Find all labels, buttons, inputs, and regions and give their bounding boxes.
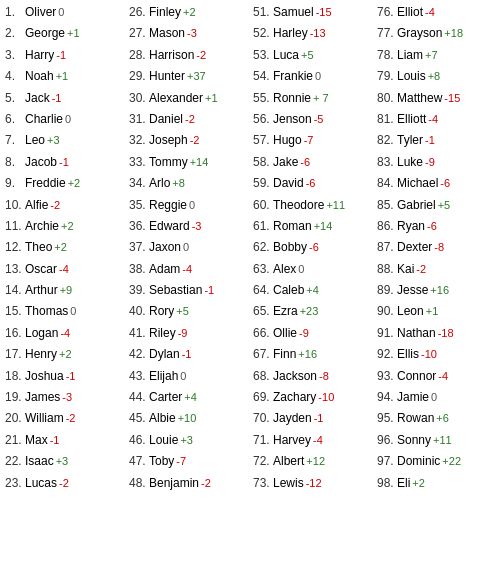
entry-name: Ollie	[273, 325, 297, 342]
rank-number: 62.	[253, 239, 273, 256]
rank-number: 98.	[377, 475, 397, 492]
entry-delta: -8	[434, 240, 444, 256]
entry-name: Gabriel	[397, 197, 436, 214]
rank-number: 9.	[5, 175, 25, 192]
entry-delta: 0	[431, 390, 437, 406]
rank-number: 40.	[129, 303, 149, 320]
entry-delta: +8	[428, 69, 441, 85]
list-item: 67.Finn +16	[250, 344, 374, 365]
rank-number: 8.	[5, 154, 25, 171]
list-item: 72.Albert +12	[250, 451, 374, 472]
entry-name: Theo	[25, 239, 52, 256]
entry-name: Harley	[273, 25, 308, 42]
list-item: 77.Grayson +18	[374, 23, 498, 44]
entry-name: Elliot	[397, 4, 423, 21]
rank-number: 26.	[129, 4, 149, 21]
entry-name: Arthur	[25, 282, 58, 299]
list-item: 27.Mason -3	[126, 23, 250, 44]
list-item: 91.Nathan -18	[374, 323, 498, 344]
rank-number: 55.	[253, 90, 273, 107]
entry-name: Alexander	[149, 90, 203, 107]
entry-delta: -2	[50, 198, 60, 214]
list-item: 28.Harrison -2	[126, 45, 250, 66]
entry-name: Luca	[273, 47, 299, 64]
entry-name: Dylan	[149, 346, 180, 363]
list-item: 65.Ezra +23	[250, 301, 374, 322]
rank-number: 23.	[5, 475, 25, 492]
entry-name: Adam	[149, 261, 180, 278]
rank-number: 2.	[5, 25, 25, 42]
column-3: 51.Samuel -1552.Harley -1353.Luca +554.F…	[250, 2, 374, 494]
entry-name: Oliver	[25, 4, 56, 21]
list-item: 17.Henry +2	[2, 344, 126, 365]
rank-number: 73.	[253, 475, 273, 492]
entry-delta: +14	[190, 155, 209, 171]
entry-name: Hunter	[149, 68, 185, 85]
entry-name: James	[25, 389, 60, 406]
rank-number: 4.	[5, 68, 25, 85]
rankings-table: 1.Oliver 02.George +13.Harry -14.Noah +1…	[0, 0, 500, 496]
rank-number: 59.	[253, 175, 273, 192]
list-item: 87.Dexter -8	[374, 237, 498, 258]
entry-name: Toby	[149, 453, 174, 470]
rank-number: 20.	[5, 410, 25, 427]
rank-number: 12.	[5, 239, 25, 256]
rank-number: 22.	[5, 453, 25, 470]
list-item: 20.William -2	[2, 408, 126, 429]
rank-number: 37.	[129, 239, 149, 256]
entry-name: Caleb	[273, 282, 304, 299]
entry-delta: -1	[56, 48, 66, 64]
column-1: 1.Oliver 02.George +13.Harry -14.Noah +1…	[2, 2, 126, 494]
entry-name: Carter	[149, 389, 182, 406]
entry-name: Bobby	[273, 239, 307, 256]
rank-number: 63.	[253, 261, 273, 278]
list-item: 82.Tyler -1	[374, 130, 498, 151]
rank-number: 64.	[253, 282, 273, 299]
list-item: 96.Sonny +11	[374, 430, 498, 451]
entry-delta: +5	[301, 48, 314, 64]
entry-delta: -4	[425, 5, 435, 21]
entry-name: Rory	[149, 303, 174, 320]
entry-delta: +1	[67, 26, 80, 42]
rank-number: 28.	[129, 47, 149, 64]
rank-number: 1.	[5, 4, 25, 21]
rank-number: 31.	[129, 111, 149, 128]
entry-name: Harry	[25, 47, 54, 64]
entry-delta: -1	[425, 133, 435, 149]
entry-delta: +11	[326, 198, 345, 214]
list-item: 54.Frankie 0	[250, 66, 374, 87]
entry-name: Louis	[397, 68, 426, 85]
rank-number: 35.	[129, 197, 149, 214]
list-item: 26.Finley +2	[126, 2, 250, 23]
rank-number: 67.	[253, 346, 273, 363]
list-item: 61.Roman +14	[250, 216, 374, 237]
entry-name: Luke	[397, 154, 423, 171]
entry-name: Albie	[149, 410, 176, 427]
entry-name: Elijah	[149, 368, 178, 385]
entry-delta: -6	[300, 155, 310, 171]
rank-number: 91.	[377, 325, 397, 342]
list-item: 45.Albie +10	[126, 408, 250, 429]
rank-number: 56.	[253, 111, 273, 128]
list-item: 84.Michael -6	[374, 173, 498, 194]
list-item: 79.Louis +8	[374, 66, 498, 87]
entry-delta: 0	[315, 69, 321, 85]
list-item: 13.Oscar -4	[2, 259, 126, 280]
entry-delta: -2	[59, 476, 69, 492]
entry-name: Grayson	[397, 25, 442, 42]
rank-number: 84.	[377, 175, 397, 192]
entry-delta: -1	[204, 283, 214, 299]
entry-name: Riley	[149, 325, 176, 342]
entry-name: David	[273, 175, 304, 192]
rank-number: 88.	[377, 261, 397, 278]
rank-number: 95.	[377, 410, 397, 427]
rank-number: 45.	[129, 410, 149, 427]
rank-number: 10.	[5, 197, 25, 214]
list-item: 63.Alex 0	[250, 259, 374, 280]
entry-name: Charlie	[25, 111, 63, 128]
rank-number: 97.	[377, 453, 397, 470]
rank-number: 29.	[129, 68, 149, 85]
entry-delta: -2	[196, 48, 206, 64]
rank-number: 54.	[253, 68, 273, 85]
entry-delta: +37	[187, 69, 206, 85]
